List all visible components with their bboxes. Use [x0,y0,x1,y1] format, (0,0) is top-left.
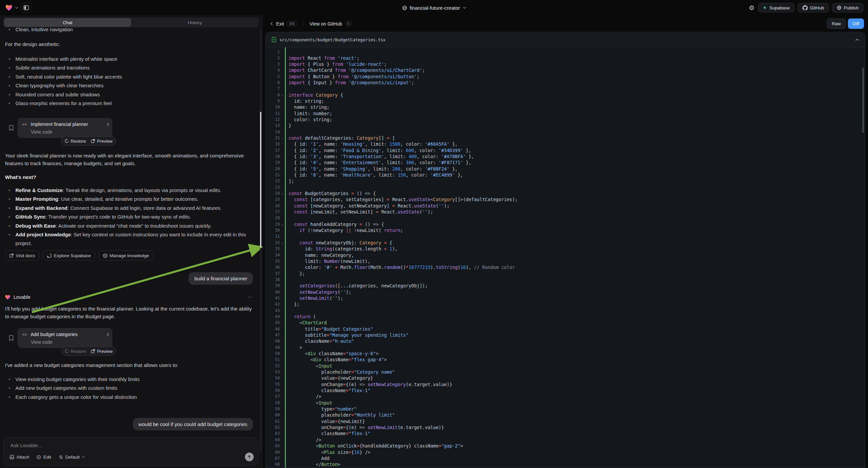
supabase-button[interactable]: Supabase [758,3,795,12]
file-header[interactable]: src/components/budget/BudgetCategories.t… [266,32,865,47]
whats-next-item: Refine & Customize: Tweak the design, an… [5,186,257,195]
code-line: 10 name: string; [266,104,865,110]
code-line: 58 <Input [266,400,865,406]
version-card-implement-financial-planner[interactable]: <> Implement financial planner View code [18,118,113,138]
fold-chevron-icon[interactable]: ⌄ [280,223,284,226]
whats-next-list: Refine & Customize: Tweak the design, an… [5,186,257,248]
list-item: Soft, neutral color palette with light b… [5,72,257,81]
code-line: 47 subtitle="Manage your spending limits… [266,332,865,338]
edit-button[interactable]: Edit [37,455,51,460]
code-scrollbar-thumb[interactable] [862,67,864,133]
code-line: 12 color: string; [266,117,865,122]
publish-button[interactable]: Publish [832,3,863,12]
restore-preview-pill: Restore Preview [61,347,116,356]
line-number: 58 [266,401,280,405]
chevron-right-icon [107,333,109,337]
raw-toggle-button[interactable]: Raw [827,19,846,29]
list-item: Clean typography with clear hierarchies [5,81,257,90]
bookmark-icon[interactable] [9,335,14,341]
sidebar-toggle-button[interactable] [21,3,31,13]
user-message: build a financial planner [189,272,253,285]
message-menu-icon[interactable]: ⋯ [248,294,253,300]
code-line: 37 }; [266,270,865,276]
line-number: 61 [266,419,280,424]
code-line: 68 </Button> [266,461,865,467]
restore-button[interactable]: Restore [65,349,86,354]
file-path: src/components/budget/BudgetCategories.t… [279,37,385,42]
line-number: 32 [266,240,280,245]
chat-input[interactable] [10,442,212,448]
preview-button[interactable]: Preview [91,349,113,354]
fold-chevron-icon[interactable]: ⌄ [280,241,284,244]
line-number: 48 [266,339,280,344]
chat-scrollbar-thumb[interactable] [260,112,261,248]
line-number: 11 [266,111,280,116]
lovable-logo-icon[interactable] [5,5,12,11]
diff-toggle-button[interactable]: Diff [848,19,864,29]
line-number: 64 [266,437,280,442]
code-line: 42 }; [266,301,865,307]
chat-message-list[interactable]: Clean, intuitive navigation For the desi… [0,16,263,468]
settings-gear-icon[interactable]: ⚙ [749,5,754,11]
esc-keycap: ESC [287,21,297,27]
version-card-title: Implement financial planner [31,121,103,127]
line-number: 14 [266,129,280,134]
line-number: 57 [266,394,280,399]
github-button[interactable]: GitHub [798,3,829,12]
view-on-github-button[interactable]: View on GitHub [310,21,342,27]
code-line: 25 const [categories, setCategories] = R… [266,196,865,202]
line-number: 52 [266,363,280,368]
visit-docs-button[interactable]: Visit docs [5,251,39,261]
line-number: 28 [266,215,280,220]
code-editor-content[interactable]: 12import React from 'react';3import { Pl… [266,47,865,468]
bookmark-icon[interactable] [9,125,14,131]
code-line: 40 setNewCategory(''); [266,289,865,295]
code-line: 21 { id: '6', name: 'Healthcare', limit:… [266,172,865,178]
restore-button[interactable]: Restore [65,139,86,144]
line-number: 5 [266,74,280,79]
fold-chevron-icon[interactable]: ⌄ [280,192,284,195]
project-switcher[interactable]: financial-future-creator [402,0,466,16]
code-line: 1 [266,49,865,55]
explore-supabase-button[interactable]: Explore Supabase [43,251,95,261]
line-number: 37 [266,271,280,276]
line-number: 60 [266,413,280,417]
logo-menu-chevron-icon[interactable] [15,7,19,9]
line-number: 2 [266,56,280,60]
fold-chevron-icon[interactable]: ⌄ [280,136,284,140]
view-code-link[interactable]: View code [31,129,52,135]
version-card-add-budget-categories[interactable]: <> Add budget categories View code [18,328,113,348]
manage-knowledge-button[interactable]: Manage knowledge [99,251,153,261]
line-number: 65 [266,443,280,448]
line-number: 17 [266,148,280,153]
code-viewer-panel: Exit ESC View on GitHub G Raw Diff src/c… [263,16,868,468]
github-label: GitHub [810,5,824,10]
line-number: 23 [266,185,280,190]
assistant-header: Lovable ⋯ [5,294,253,300]
code-line: 60 placeholder="Monthly limit" [266,412,865,418]
code-icon: <> [22,122,27,126]
file-added-icon [272,37,276,42]
code-line: 9 id: string; [266,98,865,104]
fold-chevron-icon[interactable]: ⌄ [280,93,284,97]
code-line: 63 className="flex-1" [266,430,865,436]
line-number: 43 [266,308,280,313]
mode-selector[interactable]: Default [59,455,85,460]
code-line: 3import { Plus } from 'lucide-react'; [266,61,865,67]
whats-next-item: Expand with Backend: Connect Supabase to… [5,204,257,212]
code-line: 11 limit: number; [266,110,865,116]
view-code-link[interactable]: View code [31,340,52,345]
line-number: 42 [266,302,280,306]
line-number: 15 [266,136,280,140]
code-line: 48 className="h-auto" [266,338,865,344]
send-button[interactable] [245,452,254,461]
collapse-chevron-up-icon[interactable] [855,39,859,41]
line-number: 35 [266,259,280,264]
attach-button[interactable]: Attach [10,455,29,460]
exit-button[interactable]: Exit [276,21,284,27]
preview-button[interactable]: Preview [91,139,113,144]
code-line: 66 <Plus size={16} /> [266,449,865,455]
code-line: 22]; [266,178,865,184]
code-line: 27 const [newLimit, setNewLimit] = React… [266,209,865,215]
lovable-avatar-icon [5,295,10,300]
